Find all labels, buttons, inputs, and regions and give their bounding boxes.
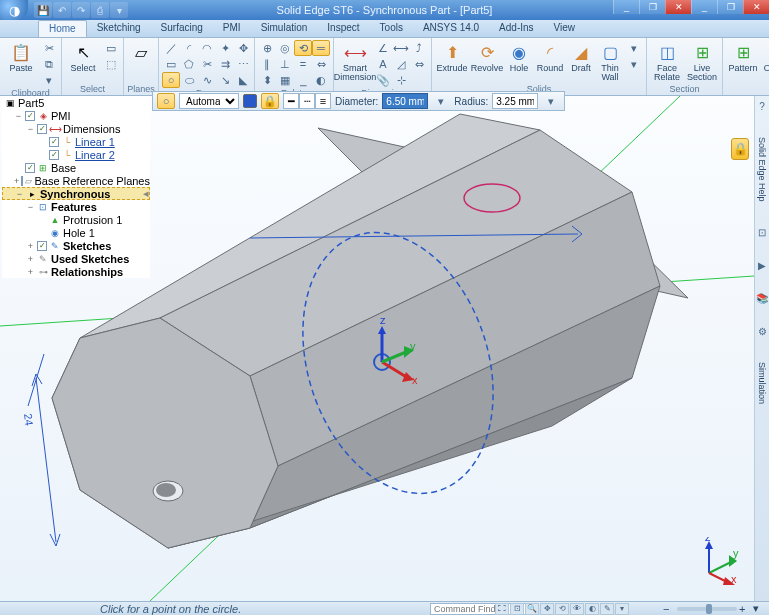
tree-hole[interactable]: ◉Hole 1 [2,226,150,239]
zoom-in[interactable]: + [739,603,751,615]
round-button[interactable]: ◜Round [534,40,566,84]
line-button[interactable]: ／ [162,40,180,56]
tree-synchronous[interactable]: −▸Synchronous◂ [2,187,150,200]
face-relate-button[interactable]: ◫Face Relate [650,40,684,84]
solids-more1[interactable]: ▾ [625,40,643,56]
library-icon[interactable]: 📚 [756,292,769,305]
color-swatch[interactable] [243,94,257,108]
linetype-center[interactable]: ≡ [315,93,331,109]
construction-button[interactable]: ⋯ [234,56,252,72]
tab-simulation[interactable]: Simulation [251,20,318,37]
help-icon[interactable]: ? [756,100,769,113]
spline-button[interactable]: ∿ [198,72,216,88]
paste-button[interactable]: 📋 Paste [3,40,39,84]
help-lock-badge[interactable]: 🔒 [731,138,749,160]
linetype-solid[interactable]: ━ [283,93,299,109]
tab-surfacing[interactable]: Surfacing [151,20,213,37]
rel-concentric[interactable]: ◎ [276,40,294,56]
tree-baseref[interactable]: +▱Base Reference Planes [2,174,150,187]
rel-parallel[interactable]: ∥ [258,56,276,72]
dim-coord[interactable]: ⤴ [410,40,428,56]
planes-button[interactable]: ▱ [127,40,155,84]
tab-home[interactable]: Home [38,20,87,37]
solids-more2[interactable]: ▾ [625,56,643,72]
diameter-input[interactable] [382,93,428,109]
view-zoom[interactable]: 🔍 [525,603,539,615]
linetype-dash[interactable]: ┄ [299,93,315,109]
rel-midpoint[interactable]: ◐ [312,72,330,88]
view-zoom-area[interactable]: ⊡ [510,603,524,615]
zoom-handle[interactable] [706,604,712,614]
dim-angular[interactable]: ∠ [374,40,392,56]
arc-button[interactable]: ◜ [180,40,198,56]
sim-icon[interactable]: ⚙ [756,325,769,338]
tab-view[interactable]: View [544,20,586,37]
tab-tools[interactable]: Tools [370,20,413,37]
maximize-button[interactable]: ❐ [717,0,743,14]
revolve-button[interactable]: ⟳Revolve [470,40,504,84]
copy-button[interactable]: ⧉ [40,56,58,72]
tab-pmi[interactable]: PMI [213,20,251,37]
tree-features[interactable]: −⊡Features [2,200,150,213]
chamfer-button[interactable]: ◣ [234,72,252,88]
tree-pmi[interactable]: −✓◈PMI [2,109,150,122]
zoom-out[interactable]: − [663,603,675,615]
offset-button[interactable]: ⇉ [216,56,234,72]
select-opt2[interactable]: ⬚ [102,56,120,72]
draft-button[interactable]: ◢Draft [567,40,595,84]
view-named[interactable]: ▾ [615,603,629,615]
diameter-dropdown[interactable]: ▾ [432,93,450,109]
dim-chamfer[interactable]: ◿ [392,56,410,72]
tree-relationships[interactable]: +⊶Relationships [2,265,150,278]
rel-perp[interactable]: ⊥ [276,56,294,72]
clipboard-more[interactable]: ▾ [40,72,58,88]
dim-axis[interactable]: ⊹ [392,72,410,88]
help-tab[interactable]: Solid Edge Help [757,133,767,206]
ellipse-button[interactable]: ⬭ [180,72,198,88]
close-button[interactable]: ✕ [743,0,769,14]
view-fit[interactable]: ⛶ [495,603,509,615]
rel-tangent[interactable]: ⟲ [294,40,312,56]
cut-button[interactable]: ✂ [40,40,58,56]
dim-attach[interactable]: 📎 [374,72,392,88]
mdi-close-button[interactable]: ✕ [665,0,691,14]
thinwall-button[interactable]: ▢Thin Wall [596,40,624,84]
trim-button[interactable]: ✂ [198,56,216,72]
rel-lock[interactable]: ⬍ [258,72,276,88]
live-section-button[interactable]: ⊞Live Section [685,40,719,84]
fillet-button[interactable]: ◠ [198,40,216,56]
minimize-button[interactable]: _ [691,0,717,14]
qat-undo[interactable]: ↶ [53,2,71,18]
view-triad[interactable]: z y x [691,537,739,585]
orient-button[interactable]: ⊡Orient [761,40,769,84]
tree-base[interactable]: ✓⊞Base [2,161,150,174]
tab-inspect[interactable]: Inspect [317,20,369,37]
rel-rigid[interactable]: ▦ [276,72,294,88]
qat-more[interactable]: ▾ [110,2,128,18]
lock-plane-icon[interactable]: 🔒 [261,93,279,109]
circle-button[interactable]: ○ [162,72,180,88]
mdi-minimize-button[interactable]: _ [613,0,639,14]
view-rotate[interactable]: ⟲ [555,603,569,615]
rel-horizontal[interactable]: ═ [312,40,330,56]
tree-protrusion[interactable]: ▲Protrusion 1 [2,213,150,226]
linestyle-select[interactable]: Automatic [179,93,239,109]
tab-sketching[interactable]: Sketching [87,20,151,37]
simulation-tab[interactable]: Simulation [757,358,767,408]
dim-auto[interactable]: A [374,56,392,72]
select-button[interactable]: ↖ Select [65,40,101,84]
radius-input[interactable] [492,93,538,109]
dim-symmetric[interactable]: ⇔ [410,56,428,72]
select-opt1[interactable]: ▭ [102,40,120,56]
dim-distance[interactable]: ⟷ [392,40,410,56]
qat-print[interactable]: ⎙ [91,2,109,18]
extrude-button[interactable]: ⬆Extrude [435,40,469,84]
view-look[interactable]: 👁 [570,603,584,615]
tab-addins[interactable]: Add-Ins [489,20,543,37]
rel-collinear[interactable]: ⎯ [294,72,312,88]
pattern-button[interactable]: ⊞Pattern [726,40,760,84]
tree-sketches[interactable]: +✓✎Sketches [2,239,150,252]
tree-root[interactable]: ▣Part5 [2,96,150,109]
move-button[interactable]: ✥ [234,40,252,56]
point-button[interactable]: ✦ [216,40,234,56]
